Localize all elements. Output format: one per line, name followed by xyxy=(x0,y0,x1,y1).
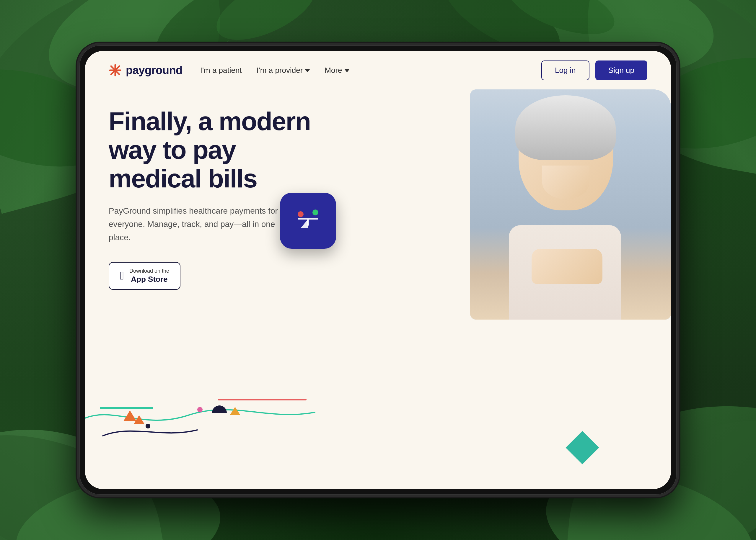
nav-actions: Log in Sign up xyxy=(541,61,647,80)
logo[interactable]: payground xyxy=(109,64,182,77)
triangle-yellow-icon xyxy=(230,407,240,415)
triangle-orange-2-icon xyxy=(134,415,144,424)
apple-icon:  xyxy=(120,269,124,282)
hero-image xyxy=(470,89,671,320)
svg-point-20 xyxy=(298,211,303,217)
screen: payground I'm a patient I'm a provider M… xyxy=(85,51,671,489)
signup-button[interactable]: Sign up xyxy=(595,61,647,80)
black-dot-decoration xyxy=(146,424,150,429)
person-hair xyxy=(515,95,616,160)
svg-point-21 xyxy=(312,209,318,215)
salmon-bar-decoration xyxy=(218,399,306,400)
hero-subtitle: PayGround simplifies healthcare payments… xyxy=(109,204,280,244)
tablet-frame: payground I'm a patient I'm a provider M… xyxy=(77,43,679,497)
logo-text: payground xyxy=(126,64,182,77)
svg-rect-22 xyxy=(307,219,309,226)
hero-section: Finally, a modern way to pay medical bil… xyxy=(85,89,671,489)
app-icon xyxy=(280,193,336,249)
app-store-text: Download on the App Store xyxy=(129,268,169,284)
login-button[interactable]: Log in xyxy=(541,61,589,80)
decorative-waves xyxy=(85,394,315,442)
logo-icon xyxy=(109,64,122,77)
nav-provider[interactable]: I'm a provider xyxy=(257,66,310,75)
teal-bar-decoration xyxy=(100,407,153,409)
navbar: payground I'm a patient I'm a provider M… xyxy=(85,51,671,89)
app-store-button[interactable]:  Download on the App Store xyxy=(109,262,180,290)
nav-links: I'm a patient I'm a provider More xyxy=(200,66,349,75)
more-chevron-icon xyxy=(345,69,349,72)
nav-patient[interactable]: I'm a patient xyxy=(200,66,242,75)
person-hands xyxy=(532,249,602,284)
nav-more[interactable]: More xyxy=(324,66,349,75)
svg-marker-18 xyxy=(300,219,308,228)
balance-scale-icon xyxy=(292,206,324,235)
teal-diamond-decoration xyxy=(566,431,599,464)
hero-title: Finally, a modern way to pay medical bil… xyxy=(109,107,315,193)
pink-dot-decoration xyxy=(197,407,203,412)
provider-chevron-icon xyxy=(305,69,310,72)
